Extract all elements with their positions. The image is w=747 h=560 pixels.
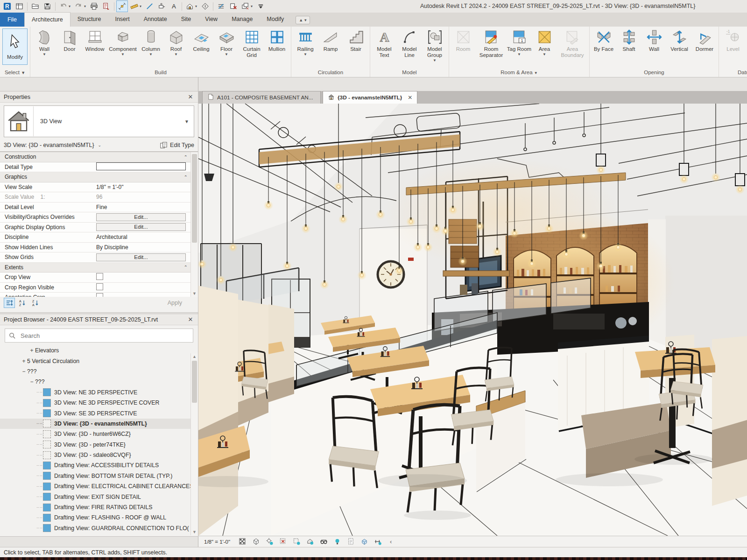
displacement-sets-icon[interactable] (359, 537, 369, 546)
file-tab[interactable]: File (0, 13, 24, 27)
model-group-button[interactable]: Model Group▼ (422, 28, 447, 63)
view-tab[interactable]: {3D - evanamstelN5MTL}✕ (323, 91, 417, 104)
crop-view-icon[interactable] (278, 537, 288, 546)
property-group-construction[interactable]: Construction⌃ (0, 152, 198, 162)
save-icon[interactable] (42, 0, 53, 12)
floor-button[interactable]: Floor▼ (214, 28, 239, 56)
tree-item[interactable]: ┄┄3D View: NE 3D PERSPECTIVE COVER (0, 398, 198, 408)
ramp-button[interactable]: Ramp (318, 28, 343, 52)
chevron-down-icon[interactable]: ▼ (543, 53, 546, 56)
type-selector[interactable]: 3D View ▼ (4, 105, 194, 137)
collapse-icon[interactable]: − (28, 378, 35, 385)
ribbon-tab-modify[interactable]: Modify (260, 12, 291, 26)
property-group-extents[interactable]: Extents⌃ (0, 263, 198, 273)
customize-qat-icon[interactable] (255, 0, 267, 12)
area-button[interactable]: Area▼ (532, 28, 557, 56)
text-icon[interactable]: A (168, 0, 180, 12)
dormer-button[interactable]: Dormer (692, 28, 717, 52)
scale-button[interactable]: 1/8" = 1'-0" (204, 539, 230, 545)
mullion-button[interactable]: Mullion (264, 28, 289, 52)
tree-item[interactable]: ┄┄Drafting View: ACCESSIBILITY DETAILS (0, 460, 198, 470)
wall-button[interactable]: Wall (641, 28, 667, 52)
reveal-constraints-icon[interactable] (373, 537, 382, 546)
chevron-down-icon[interactable]: ▼ (225, 53, 228, 56)
tree-item[interactable]: −??? (0, 377, 198, 387)
transfer-standards-icon[interactable] (100, 0, 112, 12)
component-button[interactable]: Component▼ (107, 28, 138, 56)
view-tab[interactable]: A101 - COMPOSITE BASEMENT AN... (202, 91, 321, 104)
ribbon-state-toggle[interactable]: ▲▾ (296, 16, 310, 24)
chevron-down-icon[interactable]: ⌄ (98, 143, 102, 147)
ribbon-tab-insert[interactable]: Insert (108, 12, 136, 26)
tree-item[interactable]: ┄┄Drafting View: GUARDRAIL CONNECTION TO… (0, 523, 198, 533)
detail-line-icon[interactable] (144, 0, 155, 12)
sort-ascending-icon[interactable]: AZ (17, 298, 28, 308)
column-button[interactable]: Column▼ (138, 28, 163, 56)
tree-item[interactable]: +5 Vertical Circulation (0, 356, 198, 366)
edit-type-button[interactable]: Edit Type (160, 141, 194, 149)
ribbon-tab-site[interactable]: Site (174, 12, 198, 26)
ui-dock-icon[interactable] (14, 0, 25, 12)
chevron-down-icon[interactable]: ▾ (69, 4, 72, 8)
default-3d-view-icon[interactable] (184, 0, 196, 12)
detail-level-icon[interactable] (238, 537, 247, 546)
tree-item[interactable]: ┄┄3D View: {3D - hunter6W6CZ} (0, 429, 198, 439)
chevron-down-icon[interactable]: ▼ (121, 53, 125, 56)
roof-button[interactable]: Roof▼ (163, 28, 189, 56)
checkbox[interactable] (96, 283, 103, 290)
model-text-button[interactable]: AModel Text (372, 28, 397, 58)
apply-button[interactable]: Apply (168, 300, 194, 306)
chevron-down-icon[interactable]: ▼ (174, 53, 178, 56)
tree-item[interactable]: ┄┄3D View: NE 3D PERSPECTIVE (0, 387, 198, 398)
tree-item[interactable]: ┄┄3D View: SE 3D PERSPECTIVE (0, 408, 198, 418)
chevron-down-icon[interactable]: ▾ (195, 4, 199, 8)
door-button[interactable]: Door (57, 28, 82, 52)
tree-item[interactable]: ┄┄Drafting View: FLASHING - ROOF @ WALL (0, 512, 198, 523)
aligned-dimension-icon[interactable] (116, 0, 128, 12)
expand-icon[interactable]: + (28, 347, 35, 354)
revit-logo-icon[interactable]: R (1, 0, 13, 12)
chevron-down-icon[interactable]: ▼ (517, 53, 521, 56)
save-orientation-icon[interactable] (305, 537, 315, 546)
section-icon[interactable] (199, 0, 211, 12)
by-face-button[interactable]: By Face (591, 28, 616, 52)
tree-item[interactable]: ┄┄Drafting View: EXIT SIGN DETAIL (0, 491, 198, 502)
tree-item[interactable]: ┄┄Drafting View: FIRE RATING DETAILS (0, 502, 198, 512)
detail-type-input[interactable] (96, 162, 186, 170)
properties-scrollbar[interactable]: ▼ (190, 152, 198, 297)
temporary-hide-isolate-icon[interactable] (319, 537, 328, 546)
redo-icon[interactable] (73, 0, 85, 12)
stair-button[interactable]: Stair (343, 28, 368, 52)
chevron-down-icon[interactable]: ▼ (303, 53, 307, 56)
tree-item[interactable]: ┄┄3D View: {3D - peter74TKE} (0, 440, 198, 450)
switch-windows-icon[interactable] (240, 0, 251, 12)
temporary-view-properties-icon[interactable] (346, 537, 355, 546)
measure-icon[interactable] (128, 0, 140, 12)
visual-style-icon[interactable] (251, 537, 261, 546)
sun-path-icon[interactable] (265, 537, 274, 546)
instance-selector[interactable]: 3D View: {3D - evanamstelN5MTL} (4, 142, 94, 148)
close-inactive-views-icon[interactable] (227, 0, 239, 12)
wall-button[interactable]: Wall▼ (32, 28, 57, 56)
browser-scrollbar[interactable]: ▲ ▼ (190, 353, 198, 535)
ribbon-tab-architecture[interactable]: Architecture (24, 12, 70, 27)
ceiling-button[interactable]: Ceiling (189, 28, 214, 52)
modify-button[interactable]: Modify (2, 28, 28, 65)
edit-button[interactable]: Edit... (96, 213, 186, 221)
ribbon-tab-view[interactable]: View (198, 12, 225, 26)
ribbon-tab-manage[interactable]: Manage (225, 12, 260, 26)
tree-item[interactable]: ┄┄3D View: {3D - sdaleo8CVQF} (0, 450, 198, 460)
print-icon[interactable] (88, 0, 100, 12)
edit-button[interactable]: Edit... (96, 253, 186, 261)
window-button[interactable]: Window (82, 28, 107, 52)
close-icon[interactable]: ✕ (187, 93, 194, 100)
show-crop-region-icon[interactable] (292, 537, 301, 546)
drawing-area[interactable] (198, 104, 747, 536)
ribbon-tab-structure[interactable]: Structure (70, 12, 108, 26)
close-icon[interactable]: ✕ (187, 316, 194, 323)
expand-icon[interactable]: + (21, 358, 27, 364)
tree-item[interactable]: +Elevators (0, 345, 198, 356)
vertical-button[interactable]: Vertical (667, 28, 692, 52)
model-line-button[interactable]: Model Line (397, 28, 422, 58)
chevron-down-icon[interactable]: ▼ (149, 53, 153, 56)
